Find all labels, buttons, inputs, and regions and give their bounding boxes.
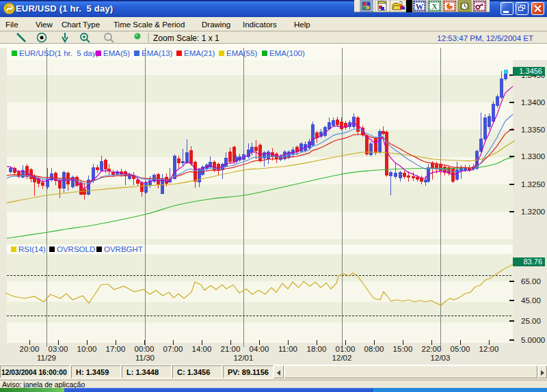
svg-text:14:00: 14:00 <box>192 345 212 353</box>
svg-text:05:00: 05:00 <box>451 345 470 353</box>
svg-text:00:00: 00:00 <box>135 345 155 353</box>
svg-text:11:00: 11:00 <box>278 345 297 353</box>
svg-text:11/29: 11/29 <box>37 354 56 362</box>
svg-text:12:00: 12:00 <box>479 345 499 353</box>
svg-text:20:00: 20:00 <box>20 345 40 353</box>
svg-text:W: W <box>416 3 424 11</box>
svg-text:1.3350: 1.3350 <box>521 126 545 134</box>
svg-text:21:00: 21:00 <box>221 345 241 353</box>
svg-text:X: X <box>432 2 438 10</box>
svg-text:07:00: 07:00 <box>163 345 183 353</box>
svg-text:17:00: 17:00 <box>106 345 126 353</box>
svg-text:1.3300: 1.3300 <box>521 152 545 160</box>
svg-text:5.0000: 5.0000 <box>521 336 545 344</box>
svg-text:12/02: 12/02 <box>332 354 352 362</box>
svg-text:08:00: 08:00 <box>364 345 384 353</box>
svg-text:65.00: 65.00 <box>521 277 541 285</box>
svg-text:25.00: 25.00 <box>521 317 541 325</box>
svg-text:1.3200: 1.3200 <box>521 208 545 216</box>
svg-text:01:00: 01:00 <box>336 345 356 353</box>
svg-text:45.00: 45.00 <box>521 296 541 305</box>
svg-text:12/03: 12/03 <box>431 354 451 362</box>
svg-text:15:00: 15:00 <box>393 345 413 353</box>
svg-text:1.3250: 1.3250 <box>521 180 545 188</box>
svg-text:12/01: 12/01 <box>234 354 254 362</box>
svg-text:22:00: 22:00 <box>422 345 442 353</box>
svg-text:18:00: 18:00 <box>307 345 327 353</box>
svg-text:03:00: 03:00 <box>49 345 68 353</box>
svg-text:11/30: 11/30 <box>135 354 155 362</box>
svg-text:1.3456: 1.3456 <box>519 67 542 75</box>
svg-text:04:00: 04:00 <box>250 345 269 353</box>
svg-text:10:00: 10:00 <box>77 345 97 353</box>
svg-text:83.76: 83.76 <box>523 257 542 266</box>
svg-text:1.3400: 1.3400 <box>521 98 545 107</box>
